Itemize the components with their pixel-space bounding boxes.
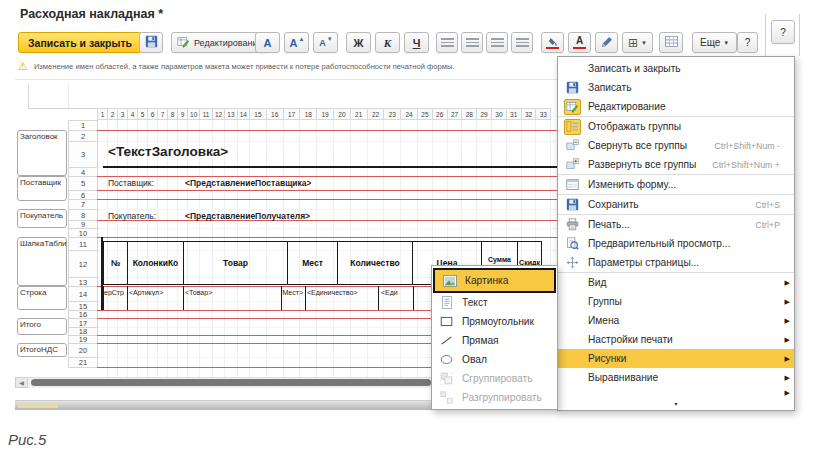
title-cell[interactable]: <ТекстЗаголовка> xyxy=(108,144,228,159)
table-value-cell[interactable]: <Товар> xyxy=(185,289,277,296)
area-label-3[interactable]: Покупатель xyxy=(17,209,67,228)
area-label-6[interactable]: Итого xyxy=(17,318,67,335)
menu-item-clipped-item[interactable]: ▶ xyxy=(558,387,794,399)
column-header-27[interactable]: 27 xyxy=(447,108,463,120)
submenu-item-rectangle[interactable]: Прямоугольник xyxy=(432,312,557,331)
panel-help-button[interactable]: ? xyxy=(771,20,795,44)
menu-item-save-and-close[interactable]: Записать и закрыть xyxy=(558,59,794,78)
column-header-21[interactable]: 21 xyxy=(350,108,368,120)
area-label-1[interactable]: Заголовок xyxy=(17,130,67,176)
column-header-23[interactable]: 23 xyxy=(383,108,401,120)
menu-item-drawings[interactable]: Рисунки▶ xyxy=(558,349,794,368)
column-header-30[interactable]: 30 xyxy=(491,108,507,120)
submenu-item-text[interactable]: Текст xyxy=(432,293,557,312)
menu-scroll-down-icon[interactable]: ▾ xyxy=(558,399,794,408)
buyer-value-cell[interactable]: <ПредставлениеПолучателя> xyxy=(185,211,310,221)
submenu-item-straight-line[interactable]: Прямая xyxy=(432,331,557,350)
bold-button[interactable]: Ж xyxy=(346,32,371,53)
table-value-cell[interactable]: <Единичество> xyxy=(307,289,376,296)
align-center-button[interactable] xyxy=(461,32,483,53)
column-header-16[interactable]: 16 xyxy=(266,108,284,120)
table-value-cell[interactable]: <Еди xyxy=(381,289,411,296)
font-size-up-button[interactable]: А ▲ xyxy=(284,32,309,53)
buyer-label-cell[interactable]: Покупатель: xyxy=(108,211,156,221)
column-header-18[interactable]: 18 xyxy=(299,108,317,120)
column-header-12[interactable]: 12 xyxy=(212,108,225,120)
menu-item-show-groups[interactable]: Отображать группы xyxy=(558,117,794,136)
table-header-cell[interactable]: КолонкиКо xyxy=(127,241,184,285)
menu-item-names[interactable]: Имена▶ xyxy=(558,311,794,330)
row-header-21[interactable]: 21 xyxy=(68,357,98,368)
menu-item-view[interactable]: Вид▶ xyxy=(558,273,794,292)
table-header-cell[interactable]: Мест xyxy=(287,241,338,285)
area-label-2[interactable]: Поставщик xyxy=(17,176,67,201)
column-header-15[interactable]: 15 xyxy=(249,108,267,120)
row-header-11[interactable]: 11 xyxy=(68,237,98,251)
column-header-33[interactable]: 33 xyxy=(535,108,551,120)
table-value-cell[interactable]: Мест> xyxy=(282,289,303,296)
table-value-cell[interactable]: <Артикул> xyxy=(129,289,181,296)
area-label-7[interactable]: ИтогоНДС xyxy=(17,343,67,357)
submenu-item-oval[interactable]: Овал xyxy=(432,350,557,369)
menu-item-collapse-all-groups[interactable]: Свернуть все группыCtrl+Shift+Num - xyxy=(558,136,794,155)
row-header-5[interactable]: 5 xyxy=(68,176,98,191)
edit-mode-button[interactable]: Редактирование xyxy=(171,32,269,53)
column-header-14[interactable]: 14 xyxy=(237,108,250,120)
merge-cells-button[interactable] xyxy=(659,32,683,53)
menu-item-print-preview[interactable]: Предварительный просмотр... xyxy=(558,234,794,253)
save-button[interactable] xyxy=(139,32,163,53)
column-header-24[interactable]: 24 xyxy=(400,108,418,120)
table-header-cell[interactable]: № xyxy=(103,241,128,285)
column-header-26[interactable]: 26 xyxy=(432,108,448,120)
font-button[interactable]: А xyxy=(255,32,280,53)
menu-item-save-file[interactable]: СохранитьCtrl+S xyxy=(558,195,794,214)
area-label-5[interactable]: Строка xyxy=(17,286,67,310)
column-header-17[interactable]: 17 xyxy=(283,108,301,120)
column-header-19[interactable]: 19 xyxy=(316,108,334,120)
save-and-close-button[interactable]: Записать и закрыть xyxy=(18,32,142,53)
align-justify-button[interactable] xyxy=(511,32,533,53)
table-header-cell[interactable]: Количество xyxy=(337,241,413,285)
menu-item-change-form[interactable]: Изменить форму... xyxy=(558,175,794,194)
column-header-28[interactable]: 28 xyxy=(461,108,477,120)
menu-item-groups[interactable]: Группы▶ xyxy=(558,292,794,311)
row-header-3[interactable]: 3 xyxy=(68,141,98,168)
scrollbar-thumb[interactable] xyxy=(31,379,431,386)
column-header-29[interactable]: 29 xyxy=(476,108,492,120)
table-value-cell[interactable]: ерСтр xyxy=(104,289,125,296)
underline-button[interactable]: Ч xyxy=(404,32,429,53)
italic-button[interactable]: К xyxy=(375,32,400,53)
menu-item-print-settings[interactable]: Настройки печати▶ xyxy=(558,330,794,349)
column-header-22[interactable]: 22 xyxy=(367,108,385,120)
border-color-button[interactable] xyxy=(595,32,618,53)
menu-item-print[interactable]: Печать...Ctrl+P xyxy=(558,215,794,234)
menu-item-page-setup[interactable]: Параметры страницы... xyxy=(558,253,794,272)
column-header-11[interactable]: 11 xyxy=(199,108,212,120)
row-header-14[interactable]: 14 xyxy=(68,286,98,302)
column-header-25[interactable]: 25 xyxy=(417,108,433,120)
submenu-item-picture[interactable]: Картинка xyxy=(433,268,556,293)
column-header-13[interactable]: 13 xyxy=(224,108,237,120)
borders-dropdown-button[interactable]: ⊞ ▼ xyxy=(622,32,653,53)
row-header-12[interactable]: 12 xyxy=(68,250,98,278)
table-header-cell[interactable]: Товар xyxy=(183,241,288,285)
area-label-4[interactable]: ШапкаТабли xyxy=(17,237,67,286)
supplier-label-cell[interactable]: Поставщик: xyxy=(108,178,154,188)
column-header-10[interactable]: 10 xyxy=(187,108,200,120)
menu-item-expand-all-groups[interactable]: Развернуть все группыCtrl+Shift+Num + xyxy=(558,155,794,174)
align-left-button[interactable] xyxy=(436,32,458,53)
supplier-value-cell[interactable]: <ПредставлениеПоставщика> xyxy=(185,178,311,188)
font-color-button[interactable]: А xyxy=(568,32,591,53)
column-header-31[interactable]: 31 xyxy=(506,108,522,120)
more-button[interactable]: Еще ▼ xyxy=(692,32,737,53)
column-header-32[interactable]: 32 xyxy=(521,108,537,120)
align-right-button[interactable] xyxy=(486,32,508,53)
menu-item-alignment[interactable]: Выравнивание▶ xyxy=(558,368,794,387)
column-header-20[interactable]: 20 xyxy=(333,108,351,120)
menu-item-save[interactable]: Записать xyxy=(558,78,794,97)
fill-color-button[interactable] xyxy=(541,32,564,53)
font-size-down-button[interactable]: А ▼ xyxy=(313,32,338,53)
help-button[interactable]: ? xyxy=(737,32,758,53)
scroll-left-arrow[interactable]: ◀ xyxy=(15,377,28,388)
menu-item-editing[interactable]: Редактирование xyxy=(558,97,794,116)
